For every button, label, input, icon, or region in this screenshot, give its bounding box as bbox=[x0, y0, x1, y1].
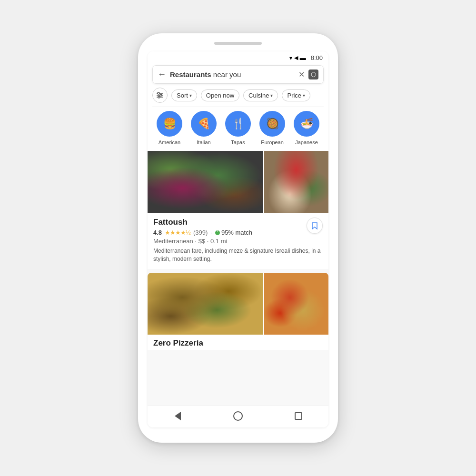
bookmark-icon bbox=[311, 222, 318, 230]
tapas-icon: 🍴 bbox=[225, 111, 251, 137]
price-chip-label: Price bbox=[287, 92, 301, 99]
fattoush-side-image bbox=[264, 151, 328, 213]
back-button[interactable]: ← bbox=[158, 69, 166, 79]
phone-device: ▾ ◀ ▬ 8:00 ← Restaurants near you ✕ ⬡ bbox=[138, 33, 338, 443]
nav-back-icon bbox=[175, 412, 181, 420]
tapas-label: Tapas bbox=[231, 139, 245, 145]
fattoush-rating-num: 4.8 bbox=[153, 229, 162, 236]
fattoush-price: $$ bbox=[198, 238, 205, 245]
nav-bar bbox=[148, 405, 328, 427]
nav-home-icon bbox=[233, 411, 243, 421]
search-text[interactable]: Restaurants near you bbox=[170, 70, 295, 79]
american-label: American bbox=[159, 139, 180, 145]
restaurant-card-zero-pizzeria[interactable]: Zero Pizzeria bbox=[148, 273, 328, 350]
american-icon: 🍔 bbox=[157, 111, 182, 137]
fattoush-stars: ★★★★½ bbox=[165, 229, 190, 236]
search-actions: ✕ ⬡ bbox=[298, 69, 318, 79]
status-icons: ▾ ◀ ▬ bbox=[289, 54, 306, 61]
fattoush-cuisine: Mediterranean bbox=[153, 238, 193, 245]
sort-chip-arrow: ▾ bbox=[189, 93, 192, 98]
european-label: European bbox=[261, 139, 284, 145]
japanese-icon: 🍜 bbox=[294, 111, 319, 137]
sort-chip[interactable]: Sort ▾ bbox=[171, 89, 197, 101]
battery-icon: ▬ bbox=[300, 54, 306, 61]
fattoush-description: Mediterranean fare, including meze & sig… bbox=[153, 247, 323, 263]
fattoush-distance: 0.1 mi bbox=[210, 238, 227, 245]
fattoush-info: Fattoush 4.8 ★★★★½ (399) · 95% match Med… bbox=[148, 213, 328, 269]
status-bar: ▾ ◀ ▬ 8:00 bbox=[148, 51, 328, 63]
fattoush-rating-row: 4.8 ★★★★½ (399) · 95% match bbox=[153, 229, 323, 236]
phone-notch bbox=[214, 42, 262, 45]
pizza-main-image bbox=[148, 273, 263, 335]
category-european[interactable]: 🥘 European bbox=[259, 111, 285, 145]
clear-button[interactable]: ✕ bbox=[298, 70, 305, 79]
italian-icon: 🍕 bbox=[191, 111, 217, 137]
search-bold: Restaurants bbox=[170, 70, 211, 79]
fattoush-bookmark-button[interactable] bbox=[307, 218, 323, 234]
category-tapas[interactable]: 🍴 Tapas bbox=[225, 111, 251, 145]
svg-point-3 bbox=[158, 92, 159, 94]
price-chip-arrow: ▾ bbox=[303, 93, 305, 98]
svg-point-4 bbox=[160, 94, 162, 96]
category-japanese[interactable]: 🍜 Japanese bbox=[294, 111, 319, 145]
nav-recents-button[interactable] bbox=[290, 410, 307, 422]
nav-back-button[interactable] bbox=[169, 410, 186, 422]
italian-label: Italian bbox=[197, 139, 210, 145]
map-button[interactable]: ⬡ bbox=[308, 69, 318, 79]
nav-home-button[interactable] bbox=[229, 410, 247, 422]
phone-screen: ▾ ◀ ▬ 8:00 ← Restaurants near you ✕ ⬡ bbox=[148, 51, 328, 427]
fattoush-name: Fattoush bbox=[153, 218, 323, 227]
open-now-chip[interactable]: Open now bbox=[201, 89, 239, 101]
open-now-chip-label: Open now bbox=[206, 92, 234, 99]
cuisine-chip-arrow: ▾ bbox=[270, 93, 273, 98]
search-bar: ← Restaurants near you ✕ ⬡ bbox=[152, 65, 324, 84]
filter-icon-button[interactable] bbox=[152, 88, 168, 103]
filter-bar: Sort ▾ Open now Cuisine ▾ Price ▾ bbox=[148, 88, 328, 107]
category-american[interactable]: 🍔 American bbox=[157, 111, 182, 145]
match-text: 95% match bbox=[221, 229, 252, 236]
pizza-side-image bbox=[264, 273, 328, 335]
wifi-icon: ▾ bbox=[289, 55, 292, 61]
fattoush-images bbox=[148, 151, 328, 213]
european-icon: 🥘 bbox=[259, 111, 285, 137]
svg-point-5 bbox=[158, 96, 160, 98]
zero-pizzeria-images bbox=[148, 273, 328, 335]
japanese-label: Japanese bbox=[295, 139, 318, 145]
fattoush-review-count: (399) bbox=[193, 229, 208, 236]
cuisine-chip-label: Cuisine bbox=[248, 92, 269, 99]
sort-chip-label: Sort bbox=[177, 92, 188, 99]
cuisine-chip[interactable]: Cuisine ▾ bbox=[243, 89, 278, 101]
match-dot-icon bbox=[215, 230, 220, 235]
zero-pizzeria-name: Zero Pizzeria bbox=[148, 335, 328, 350]
nav-recents-icon bbox=[295, 412, 302, 420]
restaurant-card-fattoush[interactable]: Fattoush 4.8 ★★★★½ (399) · 95% match Med… bbox=[148, 151, 328, 269]
fattoush-match: 95% match bbox=[215, 229, 252, 236]
signal-icon: ◀ bbox=[294, 55, 298, 61]
search-rest: near you bbox=[211, 70, 241, 79]
fattoush-main-image bbox=[148, 151, 263, 213]
sliders-icon bbox=[156, 92, 164, 99]
price-chip[interactable]: Price ▾ bbox=[282, 89, 310, 101]
category-italian[interactable]: 🍕 Italian bbox=[191, 111, 217, 145]
results-list: Fattoush 4.8 ★★★★½ (399) · 95% match Med… bbox=[148, 151, 328, 405]
fattoush-meta: Mediterranean · $$ · 0.1 mi bbox=[153, 238, 323, 245]
status-time: 8:00 bbox=[311, 54, 323, 61]
category-row: 🍔 American 🍕 Italian 🍴 Tapas 🥘 European … bbox=[148, 107, 328, 151]
